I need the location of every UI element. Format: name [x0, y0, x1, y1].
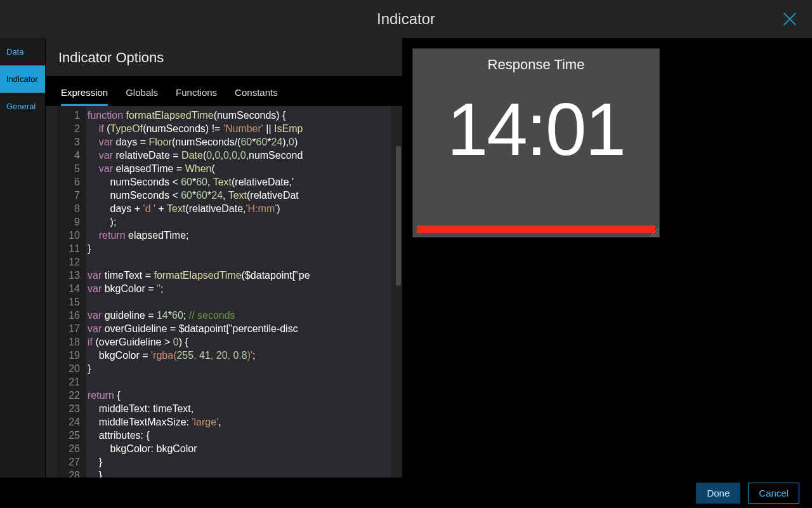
code-line[interactable]: middleText: timeText, — [88, 402, 391, 415]
line-gutter: 1234567891011121314151617181920212223242… — [57, 106, 86, 478]
code-line[interactable]: bkgColor: bkgColor — [88, 442, 391, 455]
scrollbar-thumb[interactable] — [396, 146, 401, 286]
indicator-title: Response Time — [488, 57, 585, 73]
code-line[interactable]: var timeText = formatElapsedTime($datapo… — [88, 269, 391, 282]
cancel-button[interactable]: Cancel — [748, 483, 799, 504]
code-line[interactable]: middleTextMaxSize: 'large', — [88, 415, 391, 429]
code-line[interactable] — [88, 255, 391, 269]
code-line[interactable]: } — [88, 455, 391, 469]
code-line[interactable]: function formatElapsedTime(numSeconds) { — [88, 109, 391, 122]
tab-functions[interactable]: Functions — [176, 78, 217, 106]
code-line[interactable]: } — [88, 242, 391, 255]
code-line[interactable]: return { — [88, 389, 391, 402]
footer: Done Cancel — [0, 478, 812, 508]
options-panel: Indicator Options Expression Globals Fun… — [46, 38, 402, 478]
sidebar-item-data[interactable]: Data — [0, 38, 45, 65]
titlebar: Indicator — [0, 0, 812, 38]
code-line[interactable]: numSeconds < 60*60, Text(relativeDate,' — [88, 175, 391, 189]
tab-expression[interactable]: Expression — [61, 78, 108, 106]
code-line[interactable]: return elapsedTime; — [88, 229, 391, 242]
panel-title: Indicator Options — [46, 38, 402, 76]
indicator-bar — [417, 225, 655, 233]
code-line[interactable]: ); — [88, 215, 391, 229]
code-line[interactable]: var days = Floor(numSeconds/(60*60*24),0… — [88, 135, 391, 149]
code-line[interactable]: bkgColor = 'rgba(255, 41, 20, 0.8)'; — [88, 349, 391, 362]
code-line[interactable]: if (TypeOf(numSeconds) != 'Number' || Is… — [88, 122, 391, 135]
preview-pane: Response Time 14:01 — [402, 38, 812, 478]
main-area: Data Indicator General Indicator Options… — [0, 38, 812, 478]
code-line[interactable]: if (overGuideline > 0) { — [88, 335, 391, 349]
done-button[interactable]: Done — [696, 483, 740, 504]
code-line[interactable] — [88, 295, 391, 309]
code-line[interactable]: var guideline = 14*60; // seconds — [88, 309, 391, 322]
resize-handle[interactable] — [650, 228, 659, 237]
tab-globals[interactable]: Globals — [126, 78, 158, 106]
code-line[interactable]: var elapsedTime = When( — [88, 162, 391, 175]
code-editor[interactable]: 1234567891011121314151617181920212223242… — [57, 106, 391, 478]
code-body[interactable]: function formatElapsedTime(numSeconds) {… — [86, 106, 391, 478]
indicator-widget: Response Time 14:01 — [412, 48, 660, 237]
code-line[interactable]: days + 'd ' + Text(relativeDate,'H:mm') — [88, 202, 391, 215]
code-line[interactable]: var overGuideline = $datapoint["percenti… — [88, 322, 391, 335]
code-line[interactable]: var relativeDate = Date(0,0,0,0,0,numSec… — [88, 149, 391, 162]
resize-icon — [650, 228, 659, 237]
sidebar: Data Indicator General — [0, 38, 46, 478]
sidebar-item-general[interactable]: General — [0, 93, 45, 120]
close-icon — [781, 10, 799, 28]
code-line[interactable]: var bkgColor = ''; — [88, 282, 391, 295]
editor-tabs: Expression Globals Functions Constants — [46, 76, 402, 106]
code-line[interactable]: numSeconds < 60*60*24, Text(relativeDat — [88, 189, 391, 202]
sidebar-item-indicator[interactable]: Indicator — [0, 65, 45, 93]
code-line[interactable]: } — [88, 362, 391, 375]
code-line[interactable]: attributes: { — [88, 429, 391, 442]
code-line[interactable] — [88, 375, 391, 389]
dialog-title: Indicator — [377, 10, 435, 28]
tab-constants[interactable]: Constants — [235, 78, 278, 106]
close-button[interactable] — [780, 10, 799, 29]
indicator-value: 14:01 — [447, 87, 625, 172]
